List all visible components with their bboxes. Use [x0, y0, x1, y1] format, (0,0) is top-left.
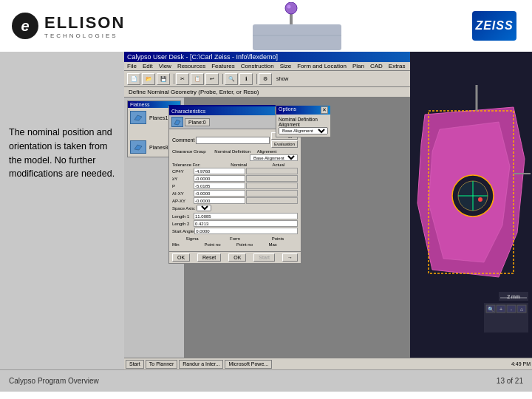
nominal-col-header: Nominal — [219, 163, 259, 167]
planes8-label: Planes8 — [149, 145, 168, 150]
options-dropdown[interactable]: Base Alignment — [279, 127, 328, 134]
space-axis-label: Space Axis: — [172, 206, 195, 211]
ai-xy-actual — [246, 190, 298, 197]
viz-area: 2 mm 🔍 + - ⌂ — [410, 52, 532, 369]
planes8-icon — [130, 140, 146, 154]
ap-xy-nominal[interactable] — [194, 197, 245, 204]
reset-btn[interactable]: Reset — [197, 253, 221, 262]
plane-tab[interactable]: Plane:0 — [185, 118, 210, 126]
ok-btn[interactable]: OK — [172, 253, 190, 262]
zeiss-label: ZEISS — [472, 11, 516, 41]
cp-actual — [246, 183, 298, 189]
menu-plan[interactable]: Plan — [352, 63, 364, 69]
menu-file[interactable]: File — [127, 63, 137, 69]
header: e ELLISON TECHNOLOGIES ZEISS — [0, 0, 532, 52]
tolerance-col-header: Tolerance For: — [172, 163, 219, 167]
comment-label: Comment — [172, 137, 194, 143]
toolbar-btn-3[interactable]: 💾 — [157, 73, 170, 85]
length2-value[interactable] — [194, 220, 298, 227]
options-dialog: Options ✕ Nominal Definition Alignment B… — [276, 105, 331, 137]
toolbar-show-label: show — [276, 76, 288, 81]
menu-features[interactable]: Features — [211, 63, 235, 69]
cp4y-actual — [246, 168, 298, 174]
ai-xy-nominal[interactable] — [194, 190, 245, 197]
planes1-label: Planes1 — [149, 115, 168, 120]
menu-extras[interactable]: Extras — [389, 63, 406, 69]
taskbar-item-2[interactable]: Randur a Inter... — [179, 360, 223, 369]
cy-actual — [246, 175, 298, 182]
svg-point-1 — [285, 2, 297, 14]
calypso-window: Calypso User Desk - [C:\Carl Zeiss - Inf… — [124, 52, 532, 369]
point-no-label: Point no — [205, 242, 234, 247]
menu-size[interactable]: Size — [280, 63, 292, 69]
length2-row: Length 2 — [172, 220, 298, 227]
svg-marker-8 — [174, 120, 180, 125]
svg-text:+: + — [499, 307, 502, 312]
menu-edit[interactable]: Edit — [143, 63, 153, 69]
toolbar-btn-6[interactable]: ↩ — [205, 73, 219, 85]
ap-xy-label: AP-XY — [172, 199, 193, 203]
options-close[interactable]: ✕ — [321, 106, 328, 114]
toolbar-btn-1[interactable]: 📄 — [127, 73, 140, 85]
space-axis-dropdown[interactable]: Z — [197, 205, 211, 211]
taskbar-start[interactable]: Start — [126, 360, 144, 369]
points-header: Points — [258, 236, 298, 241]
nominal-header: Nominal Definition — [214, 149, 255, 154]
menu-cad[interactable]: CAD — [370, 63, 383, 69]
menu-view[interactable]: View — [159, 63, 171, 69]
planes1-icon — [130, 111, 146, 124]
3d-visualization: 2 mm 🔍 + - ⌂ — [410, 52, 532, 369]
calypso-title: Calypso User Desk - [C:\Carl Zeiss - Inf… — [127, 53, 278, 61]
ellison-text: ELLISON TECHNOLOGIES — [44, 13, 125, 39]
cy-nominal[interactable] — [194, 175, 245, 182]
toolbar-btn-2[interactable]: 📂 — [142, 73, 155, 85]
toolbar-btn-4[interactable]: ✂ — [176, 73, 189, 85]
screenshot-area: Calypso User Desk - [C:\Carl Zeiss - Inf… — [124, 52, 532, 369]
ok2-btn[interactable]: OK — [228, 253, 246, 262]
svg-text:⌂: ⌂ — [520, 307, 523, 312]
plane-icon — [174, 118, 181, 126]
toolbar-btn-8[interactable]: ℹ — [239, 73, 253, 85]
plane-shape2-icon — [133, 143, 143, 151]
cp4y-label: CP4Y — [172, 169, 193, 174]
cp-nominal[interactable] — [194, 183, 245, 189]
options-text: Nominal Definition Alignment — [279, 117, 328, 127]
menu-resources[interactable]: Resources — [177, 63, 205, 69]
taskbar-item-3[interactable]: Microsoft Powe... — [225, 360, 272, 369]
evaluation-btn[interactable]: Evaluation — [271, 140, 298, 148]
taskbar-time: 4:49 PM — [511, 361, 531, 366]
left-panel: The nominal position and orientation is … — [0, 52, 124, 369]
svg-point-2 — [287, 4, 290, 8]
comment-input[interactable] — [196, 137, 270, 144]
length1-row: Length 1 — [172, 213, 298, 219]
taskbar-item-1[interactable]: To Planner — [146, 360, 177, 369]
menu-form[interactable]: Form and Location — [297, 63, 347, 69]
sigma-header: Sigma — [172, 236, 212, 241]
ellison-name: ELLISON — [44, 13, 125, 33]
menu-construction[interactable]: Construction — [241, 63, 274, 69]
dialog-actions: OK Reset OK Start → — [169, 251, 301, 263]
ellison-logo: e ELLISON TECHNOLOGIES — [12, 13, 125, 39]
cp-label: P — [172, 184, 193, 188]
start-btn[interactable]: Start — [253, 253, 275, 262]
alignment-dropdown[interactable]: Base Alignment — [250, 154, 298, 161]
arrow-btn[interactable]: → — [282, 253, 298, 262]
actual-col-header: Actual — [259, 163, 299, 167]
start-angle-value[interactable] — [194, 228, 298, 234]
probe-image — [238, 2, 356, 50]
toolbar-btn-5[interactable]: 📋 — [191, 73, 204, 85]
max-label: Max — [269, 242, 299, 247]
svg-marker-7 — [134, 145, 142, 150]
toolbar-btn-7[interactable]: 🔍 — [225, 73, 238, 85]
toolbar-btn-9[interactable]: ⚙ — [259, 73, 272, 85]
program-label: Calypso Program Overview — [9, 377, 99, 385]
space-axis-row: Space Axis: Z — [172, 205, 298, 211]
options-content: Nominal Definition Alignment Base Alignm… — [276, 115, 330, 137]
length1-label: Length 1 — [172, 214, 193, 219]
cy-row: ≥Y — [172, 175, 298, 182]
cp4y-nominal[interactable] — [194, 168, 245, 174]
ap-xy-row: AP-XY — [172, 197, 298, 204]
ai-xy-row: AI-XY — [172, 190, 298, 197]
length1-value[interactable] — [194, 213, 298, 219]
min-label: Min — [172, 242, 202, 247]
